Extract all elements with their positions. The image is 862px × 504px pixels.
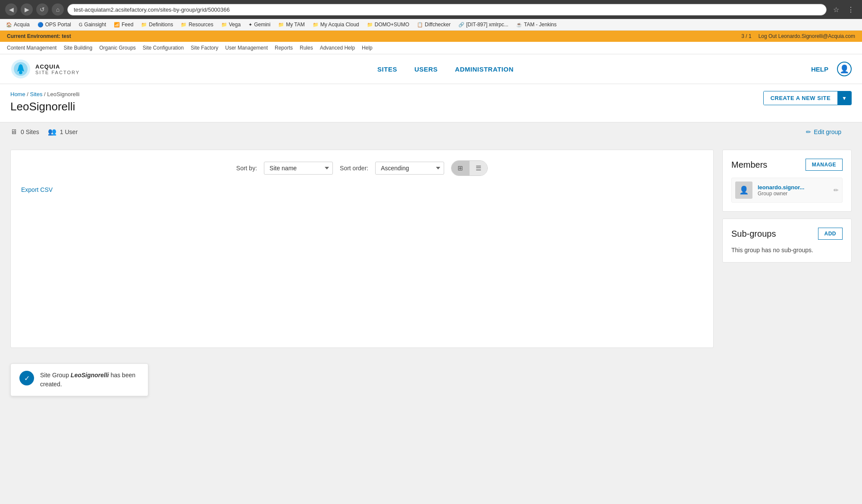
logo-area: ACQUIA SITE FACTORY: [10, 59, 80, 79]
nav-sites[interactable]: SITES: [377, 66, 397, 73]
subgroups-panel-header: Sub-groups ADD: [731, 228, 843, 240]
nav-administration[interactable]: ADMINISTRATION: [455, 66, 514, 73]
sec-nav-help[interactable]: Help: [359, 44, 375, 52]
bookmark-my-acquia-cloud[interactable]: 📁 My Acquia Cloud: [311, 21, 361, 28]
create-site-dropdown-button[interactable]: ▼: [837, 91, 851, 105]
main-header: ACQUIA SITE FACTORY SITES USERS ADMINIST…: [0, 54, 862, 84]
bookmark-dit[interactable]: 🔗 [DIT-897] xmlrpc...: [457, 21, 510, 28]
sec-nav-rules[interactable]: Rules: [297, 44, 316, 52]
page-count: 3 / 1: [741, 33, 751, 39]
menu-button[interactable]: ⋮: [845, 3, 857, 16]
ops-portal-icon: 🔵: [38, 22, 44, 28]
bookmark-button[interactable]: ☆: [830, 3, 842, 16]
home-button[interactable]: ⌂: [52, 3, 64, 16]
manage-button[interactable]: MANAGE: [806, 159, 843, 171]
pencil-icon: ✏: [806, 128, 811, 135]
members-panel-header: Members MANAGE: [731, 159, 843, 171]
grid-view-button[interactable]: ⊞: [451, 161, 470, 175]
users-count: 1 User: [60, 128, 78, 135]
sort-by-select[interactable]: Site name Created date Updated date: [264, 162, 333, 175]
bookmark-gemini[interactable]: ✦ Gemini: [247, 21, 272, 28]
add-subgroup-button[interactable]: ADD: [818, 228, 843, 240]
list-view-button[interactable]: ☰: [470, 161, 487, 175]
bookmark-acquia[interactable]: 🏠 Acquia: [4, 21, 31, 28]
breadcrumb-home[interactable]: Home: [10, 91, 25, 97]
sites-content: Export CSV: [21, 176, 703, 193]
user-group-icon: 👥: [48, 128, 56, 136]
monitor-icon: 🖥: [10, 128, 17, 136]
logout-link[interactable]: Log Out Leonardo.Signorelli@Acquia.com: [759, 33, 855, 39]
forward-button[interactable]: ▶: [21, 3, 33, 16]
back-button[interactable]: ◀: [5, 3, 17, 16]
create-site-button[interactable]: CREATE A NEW SITE: [764, 91, 837, 105]
logo-line2: SITE FACTORY: [35, 70, 80, 75]
address-bar[interactable]: test-acquiatam2.acsitefactory.com/sites-…: [67, 4, 827, 16]
users-stat: 👥 1 User: [48, 128, 78, 136]
bookmark-my-tam[interactable]: 📁 My TAM: [276, 21, 307, 28]
subgroups-title: Sub-groups: [731, 229, 776, 239]
bookmark-diffchecker[interactable]: 📋 Diffchecker: [415, 21, 452, 28]
create-site-button-group: CREATE A NEW SITE ▼: [763, 91, 852, 105]
edit-member-icon[interactable]: ✏: [834, 187, 839, 194]
feed-icon: 📶: [114, 22, 120, 28]
acquia-logo-icon: [10, 59, 31, 79]
sec-nav-reports[interactable]: Reports: [272, 44, 295, 52]
right-panels: Members MANAGE 👤 leonardo.signor... Grou…: [722, 150, 852, 348]
member-info: leonardo.signor... Group owner: [758, 184, 828, 197]
sort-by-label: Sort by:: [236, 165, 257, 172]
export-csv-link[interactable]: Export CSV: [21, 186, 53, 193]
members-panel: Members MANAGE 👤 leonardo.signor... Grou…: [722, 150, 852, 212]
help-link[interactable]: HELP: [811, 66, 828, 73]
secondary-nav: Content Management Site Building Organic…: [0, 42, 862, 54]
my-acquia-cloud-icon: 📁: [313, 22, 319, 28]
notification-group-name: LeoSignorelli: [71, 372, 109, 379]
bookmark-feed[interactable]: 📶 Feed: [112, 21, 135, 28]
environment-text: Current Environment: test: [7, 33, 71, 39]
nav-users[interactable]: USERS: [414, 66, 438, 73]
bookmark-ops-portal[interactable]: 🔵 OPS Portal: [36, 21, 73, 28]
sort-order-label: Sort order:: [340, 165, 368, 172]
gemini-icon: ✦: [248, 22, 252, 28]
list-icon: ☰: [476, 164, 481, 172]
jenkins-icon: ☕: [516, 22, 522, 28]
notification-prefix: Site Group: [40, 372, 71, 379]
bookmark-definitions[interactable]: 📁 Definitions: [139, 21, 175, 28]
sec-nav-site-factory[interactable]: Site Factory: [188, 44, 221, 52]
domo-sumo-icon: 📁: [367, 22, 373, 28]
user-avatar-button[interactable]: 👤: [837, 62, 852, 76]
sec-nav-user-management[interactable]: User Management: [223, 44, 270, 52]
success-check-icon: ✓: [19, 371, 34, 385]
acquia-icon: 🏠: [6, 22, 12, 28]
sort-controls: Sort by: Site name Created date Updated …: [21, 160, 703, 176]
bookmark-jenkins[interactable]: ☕ TAM - Jenkins: [514, 21, 558, 28]
member-name[interactable]: leonardo.signor...: [758, 184, 828, 191]
body-area: Sort by: Site name Created date Updated …: [0, 141, 862, 357]
member-avatar: 👤: [735, 182, 752, 199]
svg-point-1: [19, 71, 22, 74]
bookmark-vega[interactable]: 📁 Vega: [219, 21, 242, 28]
member-role: Group owner: [758, 191, 828, 197]
sec-nav-site-building[interactable]: Site Building: [61, 44, 95, 52]
diffchecker-icon: 📋: [417, 22, 423, 28]
breadcrumb: Home / Sites / LeoSignorelli: [10, 91, 79, 97]
environment-banner: Current Environment: test 3 / 1 Log Out …: [0, 31, 862, 42]
sec-nav-site-configuration[interactable]: Site Configuration: [140, 44, 186, 52]
sites-stat: 🖥 0 Sites: [10, 128, 39, 136]
refresh-button[interactable]: ↺: [36, 3, 48, 16]
bookmarks-bar: 🏠 Acquia 🔵 OPS Portal G Gainsight 📶 Feed…: [0, 19, 862, 31]
browser-chrome: ◀ ▶ ↺ ⌂ test-acquiatam2.acsitefactory.co…: [0, 0, 862, 19]
sec-nav-advanced-help[interactable]: Advanced Help: [317, 44, 357, 52]
avatar-placeholder-icon: 👤: [739, 185, 749, 195]
bookmark-gainsight[interactable]: G Gainsight: [77, 21, 108, 28]
bookmark-resources[interactable]: 📁 Resources: [179, 21, 215, 28]
sites-panel: Sort by: Site name Created date Updated …: [10, 150, 714, 348]
breadcrumb-sites[interactable]: Sites: [30, 91, 43, 97]
sec-nav-content-management[interactable]: Content Management: [4, 44, 59, 52]
sec-nav-organic-groups[interactable]: Organic Groups: [97, 44, 138, 52]
logo-line1: ACQUIA: [35, 63, 80, 70]
gainsight-icon: G: [79, 22, 83, 27]
bookmark-domo-sumo[interactable]: 📁 DOMO+SUMO: [365, 21, 411, 28]
sort-order-select[interactable]: Ascending Descending: [375, 162, 444, 175]
my-tam-icon: 📁: [278, 22, 284, 28]
edit-group-link[interactable]: ✏ Edit group: [796, 128, 852, 135]
